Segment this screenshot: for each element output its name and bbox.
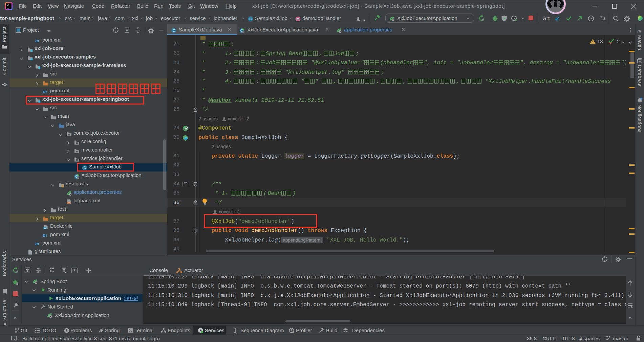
- svg-text:D: D: [44, 227, 46, 229]
- svg-text:C: C: [249, 17, 252, 21]
- svg-text:c: c: [185, 137, 187, 140]
- svg-text:m: m: [297, 17, 300, 21]
- svg-text:<>: <>: [68, 202, 70, 204]
- svg-text:C: C: [172, 28, 175, 32]
